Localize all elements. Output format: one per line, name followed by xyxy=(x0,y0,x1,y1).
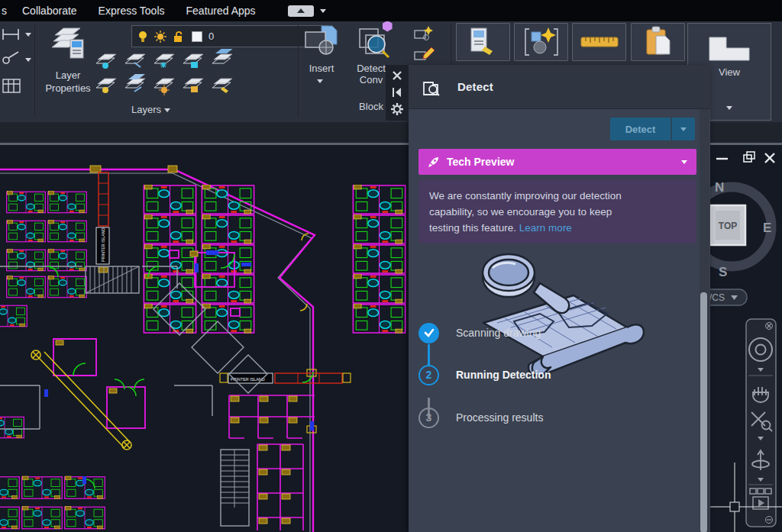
match-properties-button[interactable] xyxy=(456,23,510,61)
door-swings xyxy=(47,254,313,488)
layers-panel: Layer Properties 0 xyxy=(35,21,298,122)
sun-icon xyxy=(153,30,167,44)
viewcube-north-label[interactable]: N xyxy=(715,180,724,195)
palette-grip xyxy=(386,65,409,121)
draw-tools-column[interactable] xyxy=(0,24,34,101)
printer-island-horizontal: PRINTER ISLAND xyxy=(220,373,351,383)
cubicle-grid-low xyxy=(257,444,303,530)
ruler-icon xyxy=(580,33,619,51)
step-running: 2 Running Detection xyxy=(418,364,678,385)
layer-properties-button[interactable]: Layer Properties xyxy=(41,23,95,114)
detect-palette: Detect Detect Tech Preview We are consta… xyxy=(409,65,710,532)
autocad-window: s Collaborate Express Tools Featured App… xyxy=(0,0,782,532)
description-line2: capability, so we encourage you to keep xyxy=(429,206,612,218)
menu-item-partial[interactable]: s xyxy=(0,2,11,20)
layer-tools-grid[interactable] xyxy=(95,49,247,96)
step2-label: Running Detection xyxy=(456,369,551,381)
create-block-button[interactable] xyxy=(514,23,568,61)
cubicle-grid-mid xyxy=(229,395,315,438)
palette-autohide-icon[interactable] xyxy=(391,86,403,98)
dimension-caret-icon[interactable] xyxy=(25,33,31,37)
tech-preview-description: We are constantly improving our detectio… xyxy=(418,179,696,243)
base-view-button[interactable] xyxy=(705,30,754,63)
viewcube-face-label: TOP xyxy=(719,221,737,231)
paste-button[interactable] xyxy=(631,23,685,61)
printer-island-vertical: PRINTER ISLAND xyxy=(96,172,109,272)
detect-edit-icon[interactable] xyxy=(415,47,435,60)
window-controls xyxy=(716,152,774,163)
create-block-icon xyxy=(523,26,560,58)
layer-properties-label-line1: Layer xyxy=(41,69,95,82)
step3-label: Processing results xyxy=(456,411,543,424)
viewcube-south-label[interactable]: S xyxy=(719,265,727,279)
detect-extra-tools[interactable] xyxy=(412,24,438,67)
dimension-tool-icon[interactable] xyxy=(3,29,18,40)
clipboard-paste-icon xyxy=(642,25,674,59)
detect-settings-icon[interactable] xyxy=(415,26,433,40)
description-line1: We are constantly improving our detectio… xyxy=(429,190,622,202)
cubicle-cluster-top-right xyxy=(353,185,405,333)
layer-color-swatch xyxy=(192,31,202,42)
polyline-tool-icon[interactable] xyxy=(3,52,18,63)
step1-label: Scanning drawing xyxy=(456,327,541,339)
tech-preview-label: Tech Preview xyxy=(447,156,514,168)
palette-header: Detect xyxy=(409,65,710,109)
insert-label[interactable]: Insert xyxy=(305,63,338,74)
printer-island-vertical-label: PRINTER ISLAND xyxy=(101,227,105,262)
navigation-bar[interactable] xyxy=(746,319,776,527)
layers-panel-label[interactable]: Layers xyxy=(131,104,170,115)
layer-properties-icon xyxy=(41,23,95,66)
tab-express-tools[interactable]: Express Tools xyxy=(88,2,176,20)
measure-button[interactable] xyxy=(572,23,626,61)
unlock-icon xyxy=(172,30,184,44)
step-connector-1 xyxy=(428,344,430,366)
tech-preview-caret-icon[interactable] xyxy=(681,160,687,164)
palette-title: Detect xyxy=(457,80,493,93)
tech-preview-banner[interactable]: Tech Preview xyxy=(418,149,696,175)
interior-structures xyxy=(0,266,267,526)
ribbon-display-caret-icon[interactable] xyxy=(320,9,326,13)
step-scanning: Scanning drawing xyxy=(418,322,678,343)
palette-close-icon[interactable] xyxy=(391,69,403,82)
run-detect-dropdown-button[interactable] xyxy=(671,118,695,140)
match-properties-icon xyxy=(467,27,500,57)
tab-collaborate[interactable]: Collaborate xyxy=(11,2,88,20)
step1-check-icon xyxy=(418,323,439,343)
close-button[interactable] xyxy=(765,153,774,163)
palette-scrollbar-thumb[interactable] xyxy=(700,292,707,532)
restore-button[interactable] xyxy=(744,152,755,162)
current-layer-name: 0 xyxy=(208,31,214,42)
cubicle-cluster-top-left xyxy=(7,192,87,298)
tab-featured-apps[interactable]: Featured Apps xyxy=(176,2,267,20)
polyline-caret-icon[interactable] xyxy=(25,58,31,62)
layer-properties-label-line2: Properties xyxy=(41,82,95,95)
ribbon-display-toggle-button[interactable] xyxy=(288,5,314,17)
palette-scrollbar-track[interactable] xyxy=(700,109,709,532)
viewcube-east-label[interactable]: E xyxy=(763,221,771,235)
detect-palette-icon xyxy=(422,78,441,98)
run-detect-button[interactable]: Detect xyxy=(610,118,671,140)
run-detect-caret-icon xyxy=(680,127,687,131)
layer-tool-icons-row2[interactable] xyxy=(96,74,232,95)
description-line3: testing this feature. xyxy=(429,222,516,234)
step3-number: 3 xyxy=(418,408,439,428)
step-processing: 3 Processing results xyxy=(418,407,678,428)
step2-number: 2 xyxy=(418,365,439,385)
cubicle-cluster-top-middle xyxy=(144,185,254,333)
palette-settings-icon[interactable] xyxy=(390,102,404,116)
insert-icon[interactable] xyxy=(303,23,338,61)
view-panel-caret-icon[interactable] xyxy=(726,106,732,110)
detect-tool-icon[interactable] xyxy=(354,21,402,63)
layer-tool-icons-row1[interactable] xyxy=(96,49,234,69)
rocket-icon xyxy=(428,156,440,168)
learn-more-link[interactable]: Learn more xyxy=(519,222,572,234)
ribbon-tab-bar: s Collaborate Express Tools Featured App… xyxy=(0,0,782,21)
corridor xyxy=(31,350,131,450)
table-tool-icon[interactable] xyxy=(3,79,20,92)
door-fills xyxy=(44,250,314,484)
layers-panel-caret-icon xyxy=(164,108,170,112)
bulb-on-icon xyxy=(137,30,149,44)
collapse-up-icon xyxy=(297,8,305,13)
insert-caret-icon[interactable] xyxy=(317,79,323,83)
